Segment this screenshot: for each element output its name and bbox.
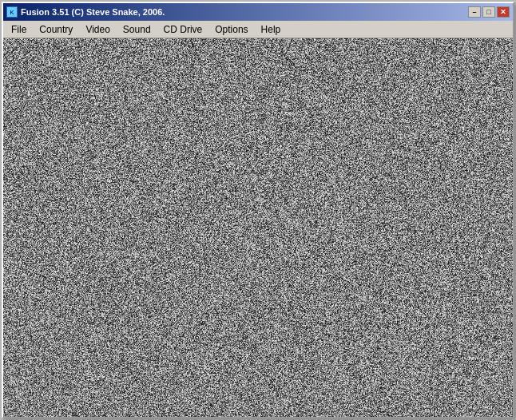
menu-help[interactable]: Help bbox=[255, 22, 288, 37]
close-button[interactable]: ✕ bbox=[497, 6, 510, 18]
minimize-button[interactable]: – bbox=[468, 6, 481, 18]
menu-video[interactable]: Video bbox=[79, 22, 116, 37]
titlebar: K Fusion 3.51 (C) Steve Snake, 2006. – □… bbox=[3, 3, 513, 21]
menu-options[interactable]: Options bbox=[208, 22, 254, 37]
maximize-button[interactable]: □ bbox=[482, 6, 495, 18]
main-window: K Fusion 3.51 (C) Steve Snake, 2006. – □… bbox=[2, 2, 514, 418]
menu-file[interactable]: File bbox=[5, 22, 33, 37]
menu-sound[interactable]: Sound bbox=[117, 22, 157, 37]
menubar: File Country Video Sound CD Drive Option… bbox=[3, 21, 513, 38]
menu-cd-drive[interactable]: CD Drive bbox=[157, 22, 209, 37]
content-area bbox=[3, 38, 513, 417]
menu-country[interactable]: Country bbox=[33, 22, 79, 37]
static-noise-canvas bbox=[3, 38, 513, 417]
titlebar-buttons: – □ ✕ bbox=[468, 6, 510, 18]
titlebar-left: K Fusion 3.51 (C) Steve Snake, 2006. bbox=[6, 6, 165, 18]
window-title: Fusion 3.51 (C) Steve Snake, 2006. bbox=[21, 7, 165, 17]
app-icon: K bbox=[6, 6, 18, 18]
